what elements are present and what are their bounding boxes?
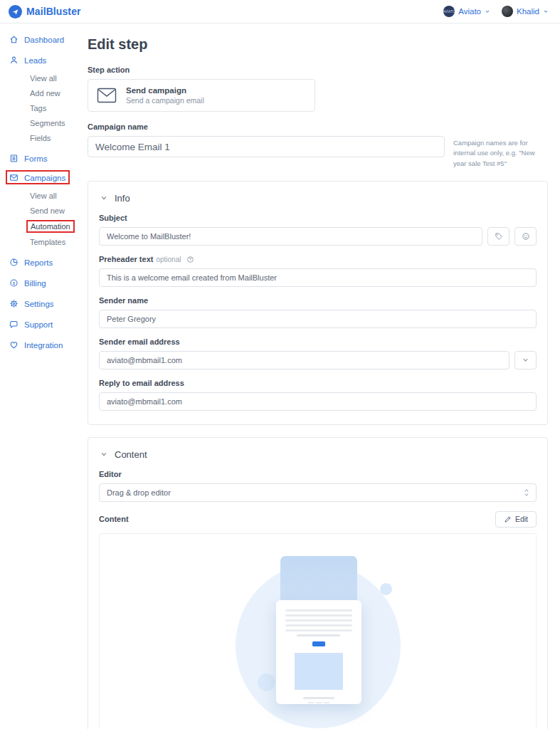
chat-icon <box>9 320 19 329</box>
form-icon <box>9 154 19 163</box>
chevron-down-icon <box>522 356 529 364</box>
subject-label: Subject <box>99 214 537 222</box>
envelope-icon <box>9 173 19 182</box>
account-name: Aviato <box>458 7 481 16</box>
envelope-icon <box>97 88 117 103</box>
sidebar-item-dashboard[interactable]: Dashboard <box>9 35 88 44</box>
sidebar-item-leads-tags[interactable]: Tags <box>30 104 88 112</box>
top-header: MailBluster AVIATO Aviato Khalid <box>0 0 560 23</box>
emoji-picker-button[interactable] <box>514 227 537 246</box>
sender-email-dropdown-button[interactable] <box>514 351 537 369</box>
sidebar-nav: Dashboard Leads View all Add new Tags Se… <box>0 23 88 373</box>
person-icon <box>9 56 19 65</box>
chevron-down-icon <box>543 9 549 14</box>
illustration-dot <box>380 583 392 595</box>
svg-text:?: ? <box>189 257 191 261</box>
chevron-down-icon <box>100 451 107 458</box>
brand-name: MailBluster <box>26 6 81 17</box>
preheader-label: Preheader textoptional ? <box>99 255 537 263</box>
user-avatar <box>502 6 513 17</box>
header-menus: AVIATO Aviato Khalid <box>443 6 549 17</box>
annotation-box-campaigns: Campaigns <box>6 170 70 184</box>
preheader-input[interactable] <box>99 268 537 287</box>
sidebar-item-leads-fields[interactable]: Fields <box>30 134 88 142</box>
dollar-icon: $ <box>9 278 19 288</box>
content-section-toggle[interactable]: Content <box>100 449 537 460</box>
account-avatar: AVIATO <box>443 6 455 17</box>
chevron-down-icon <box>485 9 490 14</box>
annotation-box-automation: Automation <box>26 220 75 233</box>
reply-to-label: Reply to email address <box>99 379 537 387</box>
editor-label: Editor <box>99 470 537 478</box>
user-dropdown[interactable]: Khalid <box>502 6 549 17</box>
reply-to-input[interactable] <box>99 392 537 411</box>
sidebar-item-leads-view-all[interactable]: View all <box>30 74 88 83</box>
gear-icon <box>9 299 19 308</box>
campaign-name-label: Campaign name <box>88 122 548 131</box>
illustration-button <box>312 641 325 646</box>
illustration-email-card <box>276 600 361 704</box>
sidebar-item-leads-add-new[interactable]: Add new <box>30 89 88 98</box>
info-section-toggle[interactable]: Info <box>100 193 537 204</box>
sender-name-input[interactable] <box>99 310 537 328</box>
edit-content-button[interactable]: Edit <box>495 511 537 528</box>
brand-logo[interactable]: MailBluster <box>9 5 81 19</box>
page-title: Edit step <box>88 36 548 53</box>
sidebar-item-campaigns-templates[interactable]: Templates <box>30 238 88 246</box>
editor-select[interactable]: Drag & drop editor <box>99 483 537 502</box>
content-panel: Content Editor Drag & drop editor Conten… <box>88 437 548 729</box>
sidebar-item-billing[interactable]: $ Billing <box>9 278 88 288</box>
heart-icon <box>9 340 19 350</box>
sender-name-label: Sender name <box>99 296 537 305</box>
select-arrows-icon <box>524 488 529 497</box>
sender-email-input[interactable] <box>99 351 509 369</box>
sidebar-item-reports[interactable]: Reports <box>9 258 88 267</box>
user-name: Khalid <box>517 7 539 16</box>
sidebar-item-settings[interactable]: Settings <box>9 299 88 308</box>
sender-email-label: Sender email address <box>99 337 537 346</box>
chevron-down-icon <box>100 194 107 201</box>
sidebar-item-integration[interactable]: Integration <box>9 340 88 350</box>
help-question-icon[interactable]: ? <box>186 256 194 263</box>
sidebar-item-leads[interactable]: Leads <box>9 56 88 65</box>
sidebar-item-campaigns-send-new[interactable]: Send new <box>30 206 88 215</box>
sidebar-item-campaigns[interactable]: Campaigns <box>9 173 65 182</box>
editor-selected-value: Drag & drop editor <box>107 488 171 497</box>
sidebar-item-forms[interactable]: Forms <box>9 154 88 163</box>
main-content: Edit step Step action Send campaign Send… <box>88 23 560 729</box>
campaign-name-hint: Campaign names are for internal use only… <box>453 136 548 169</box>
step-action-card[interactable]: Send campaign Send a campaign email <box>88 79 315 112</box>
sidebar-item-leads-segments[interactable]: Segments <box>30 119 88 127</box>
content-preview <box>99 533 537 729</box>
content-label: Content <box>99 515 129 523</box>
merge-tag-button[interactable] <box>487 227 509 246</box>
info-section-title: Info <box>115 193 130 204</box>
home-icon <box>9 35 19 44</box>
step-action-label: Step action <box>88 65 548 74</box>
mailbluster-logo-icon <box>9 5 22 19</box>
campaign-name-input[interactable] <box>88 136 445 157</box>
subject-input[interactable] <box>99 227 482 246</box>
illustration-dot <box>258 673 275 691</box>
email-illustration <box>218 542 418 728</box>
pie-chart-icon <box>9 258 19 267</box>
account-dropdown[interactable]: AVIATO Aviato <box>443 6 490 17</box>
preheader-optional-tag: optional <box>156 256 181 263</box>
smiley-icon <box>522 232 530 241</box>
step-card-title: Send campaign <box>126 86 204 95</box>
illustration-image-block <box>295 653 343 690</box>
sidebar-item-support[interactable]: Support <box>9 320 88 329</box>
sidebar-item-campaigns-view-all[interactable]: View all <box>30 192 88 200</box>
pencil-icon <box>504 515 512 523</box>
step-card-subtitle: Send a campaign email <box>126 96 204 105</box>
sidebar-item-campaigns-automation[interactable]: Automation <box>31 222 70 231</box>
info-panel: Info Subject Preheader textoptional ? <box>88 181 548 425</box>
content-section-title: Content <box>115 449 147 460</box>
svg-text:$: $ <box>13 280 16 285</box>
tag-icon <box>495 232 503 241</box>
